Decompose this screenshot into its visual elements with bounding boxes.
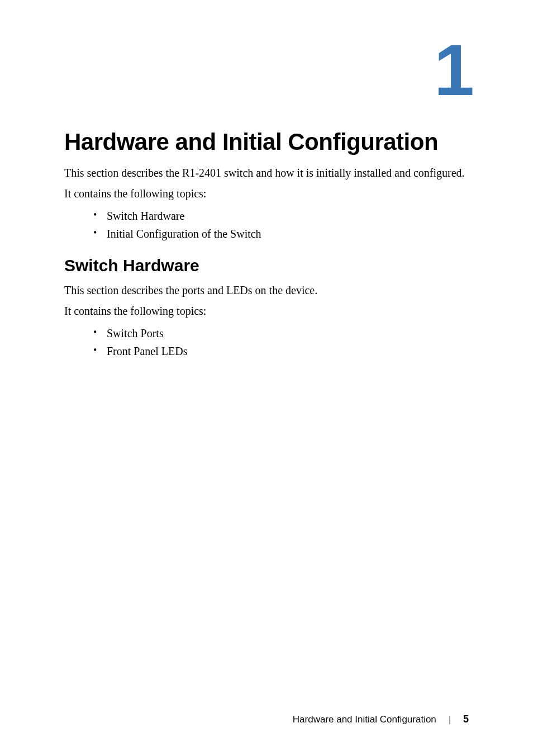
chapter-title: Hardware and Initial Configuration — [64, 129, 469, 155]
chapter-number: 1 — [64, 34, 474, 106]
list-item: Initial Configuration of the Switch — [93, 225, 469, 243]
section-bullet-list: Switch Ports Front Panel LEDs — [93, 324, 469, 360]
list-item: Switch Ports — [93, 324, 469, 342]
intro-paragraph-1: This section describes the R1-2401 switc… — [64, 166, 469, 181]
section-paragraph-2: It contains the following topics: — [64, 304, 469, 319]
intro-paragraph-2: It contains the following topics: — [64, 186, 469, 201]
section-heading: Switch Hardware — [64, 256, 469, 275]
footer-title: Hardware and Initial Configuration — [293, 714, 436, 725]
page-footer: Hardware and Initial Configuration | 5 — [293, 714, 469, 725]
section-paragraph-1: This section describes the ports and LED… — [64, 283, 469, 298]
list-item: Switch Hardware — [93, 207, 469, 225]
footer-page-number: 5 — [463, 714, 469, 725]
list-item: Front Panel LEDs — [93, 342, 469, 360]
intro-bullet-list: Switch Hardware Initial Configuration of… — [93, 207, 469, 243]
footer-divider: | — [449, 715, 451, 725]
